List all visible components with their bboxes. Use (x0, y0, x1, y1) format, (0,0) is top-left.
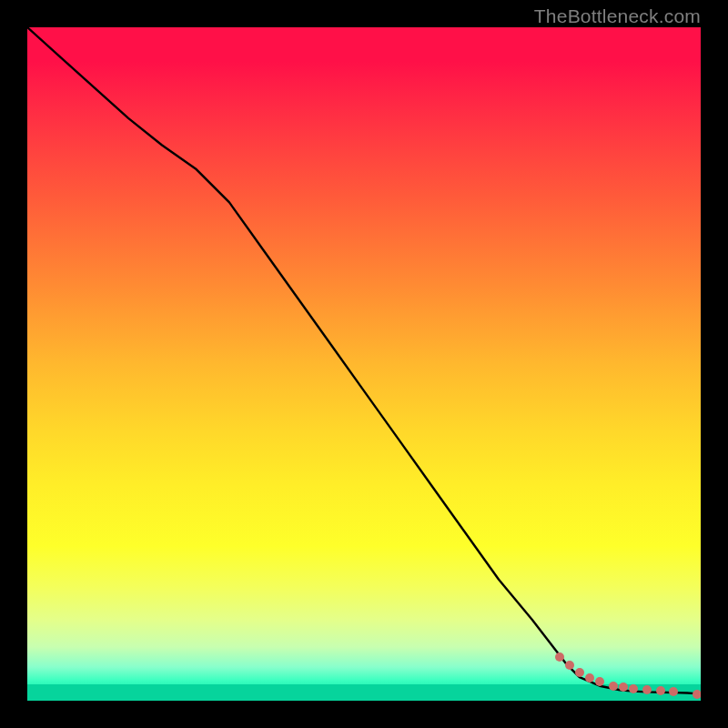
plot-area (27, 27, 701, 701)
scatter-points-group (27, 27, 701, 701)
scatter-point (619, 682, 628, 692)
scatter-point (585, 673, 594, 682)
scatter-point (642, 685, 652, 694)
scatter-point (565, 661, 574, 670)
scatter-point (669, 687, 678, 696)
chart-canvas: TheBottleneck.com (0, 0, 728, 728)
scatter-point (693, 690, 701, 699)
scatter-point (595, 677, 604, 686)
watermark-text: TheBottleneck.com (534, 5, 701, 27)
scatter-point (629, 684, 638, 693)
scatter-point (656, 686, 665, 695)
scatter-point (555, 652, 564, 662)
scatter-point (609, 682, 618, 691)
scatter-point (575, 668, 584, 677)
